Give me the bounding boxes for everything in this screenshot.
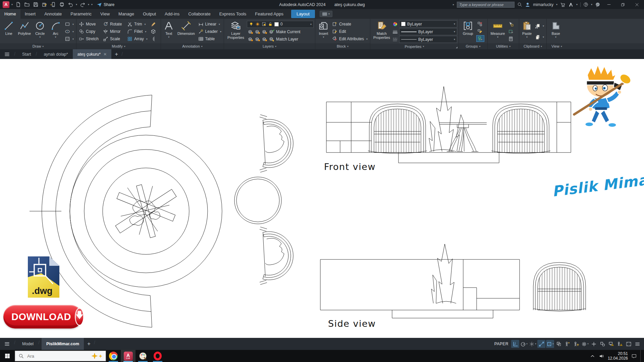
- panel-title-block[interactable]: Block: [315, 43, 370, 49]
- help-search-input[interactable]: [457, 2, 515, 8]
- user-avatar-icon[interactable]: [525, 2, 530, 7]
- tab-insert[interactable]: Insert: [20, 9, 40, 19]
- group-button[interactable]: Group: [460, 20, 476, 43]
- polyline-button[interactable]: Polyline: [17, 20, 32, 43]
- ortho-snap-toggle[interactable]: [537, 340, 545, 348]
- group-selection-toggle[interactable]: [476, 35, 484, 42]
- action-center-icon[interactable]: [631, 353, 637, 359]
- autodesk-a-icon[interactable]: [568, 2, 574, 7]
- restore-button[interactable]: [617, 0, 629, 9]
- plot-button[interactable]: [58, 1, 65, 8]
- explode-button[interactable]: [150, 28, 157, 35]
- taskbar-paint[interactable]: [136, 350, 150, 362]
- line-button[interactable]: Line: [1, 20, 16, 43]
- status-bar-menu-button[interactable]: [633, 340, 641, 348]
- new-drawing-tab-button[interactable]: +: [111, 49, 121, 59]
- ellipse-button[interactable]: [64, 28, 75, 35]
- undo-caret-icon[interactable]: ▾: [76, 3, 77, 6]
- panel-title-groups[interactable]: Groups: [459, 43, 487, 49]
- panel-title-draw[interactable]: Draw: [0, 43, 76, 49]
- panel-title-utilities[interactable]: Utilities: [488, 43, 519, 49]
- copy-button[interactable]: Copy: [78, 28, 102, 35]
- taskbar-chrome[interactable]: [106, 350, 121, 362]
- file-tabs-menu-icon[interactable]: [0, 49, 14, 59]
- username[interactable]: mimarlucky: [533, 2, 553, 7]
- taskbar-search-input[interactable]: [26, 353, 77, 359]
- tab-layout[interactable]: Layout: [291, 10, 315, 18]
- user-menu-caret-icon[interactable]: ▾: [556, 3, 557, 6]
- edit-block-button[interactable]: Edit: [331, 28, 369, 35]
- copy-clip-button[interactable]: [534, 34, 545, 40]
- cut-clip-button[interactable]: [534, 23, 545, 29]
- quick-select-button[interactable]: [507, 21, 515, 27]
- object-color-dropdown[interactable]: ByLayer: [399, 20, 457, 27]
- taskbar-search-box[interactable]: [15, 351, 106, 361]
- measure-button[interactable]: Measure: [489, 20, 506, 43]
- file-tab-ates-cukuru[interactable]: ateş çukuru*✕: [73, 49, 112, 59]
- taskbar-clock[interactable]: 20:51 12.04.2026: [608, 351, 628, 361]
- trim-button[interactable]: Trim: [126, 21, 150, 27]
- tab-annotate[interactable]: Annotate: [40, 9, 66, 19]
- help-caret-icon[interactable]: ▾: [591, 3, 592, 6]
- file-tab-aynali-dolap[interactable]: aynalı dolap*: [39, 49, 72, 59]
- tab-add-ins[interactable]: Add-ins: [160, 9, 184, 19]
- edit-attributes-button[interactable]: Edit Attributes: [331, 36, 369, 42]
- dimension-button[interactable]: Dimension: [176, 20, 196, 43]
- rectangle-button[interactable]: [64, 21, 75, 27]
- panel-title-annotation[interactable]: Annotation: [161, 43, 224, 49]
- selection-cycling-toggle[interactable]: [555, 340, 563, 348]
- taskbar-autocad[interactable]: ACAD: [121, 350, 136, 362]
- minimize-button[interactable]: [603, 0, 614, 9]
- layout-tab-pislikmimar[interactable]: PislikMimar.com: [42, 338, 84, 350]
- annotation-visibility-toggle[interactable]: [564, 340, 572, 348]
- autocad-app-icon[interactable]: A: [3, 1, 9, 8]
- erase-button[interactable]: [150, 21, 157, 27]
- panel-title-view[interactable]: View: [547, 43, 644, 49]
- ribbon-display-toggle[interactable]: ▾: [320, 11, 332, 17]
- graphics-performance-warning[interactable]: [607, 340, 615, 348]
- offset-button[interactable]: [150, 36, 157, 42]
- isometric-drafting-toggle[interactable]: ▾: [529, 340, 537, 348]
- show-desktop-button[interactable]: [640, 350, 642, 362]
- annotation-autoscale-toggle[interactable]: [572, 340, 580, 348]
- arc-button[interactable]: Arc: [48, 20, 63, 43]
- linear-dimension-button[interactable]: Linear: [197, 21, 222, 27]
- save-as-button[interactable]: [41, 1, 48, 8]
- quick-calculator-button[interactable]: [507, 36, 515, 42]
- model-tab[interactable]: Model: [17, 338, 38, 350]
- layer-properties-button[interactable]: Layer Properties: [225, 20, 246, 43]
- save-button[interactable]: [32, 1, 39, 8]
- match-properties-button[interactable]: Match Properties: [372, 20, 392, 44]
- redo-caret-icon[interactable]: ▾: [88, 3, 89, 6]
- tab-collaborate[interactable]: Collaborate: [184, 9, 215, 19]
- clean-screen-button[interactable]: [625, 340, 633, 348]
- paste-button[interactable]: Paste: [521, 20, 533, 43]
- make-current-button[interactable]: Make Current: [247, 29, 314, 35]
- tab-output[interactable]: Output: [139, 9, 160, 19]
- object-snap-toggle[interactable]: ▾: [546, 340, 554, 348]
- file-tab-start[interactable]: Start: [17, 49, 36, 59]
- tab-view[interactable]: View: [96, 9, 114, 19]
- panel-title-modify[interactable]: Modify: [76, 43, 161, 49]
- stretch-button[interactable]: Stretch: [78, 36, 102, 42]
- leader-button[interactable]: Leader: [197, 28, 222, 35]
- help-icon[interactable]: [583, 2, 588, 7]
- rotate-button[interactable]: Rotate: [102, 21, 126, 27]
- match-layer-button[interactable]: Match Layer: [247, 36, 314, 42]
- layer-dropdown[interactable]: 0: [247, 21, 314, 28]
- customize-qat-caret-icon[interactable]: ▾: [91, 3, 93, 6]
- polar-tracking-toggle[interactable]: ▾: [520, 340, 528, 348]
- close-tab-icon[interactable]: ✕: [103, 52, 107, 57]
- insert-block-button[interactable]: Insert: [317, 20, 330, 43]
- tab-manage[interactable]: Manage: [114, 9, 139, 19]
- workspace-gear-button[interactable]: ▾: [581, 340, 589, 348]
- annotation-monitor-warning[interactable]: [616, 340, 624, 348]
- linetype-dropdown[interactable]: ByLayer: [399, 36, 457, 43]
- start-button[interactable]: [0, 350, 15, 362]
- panel-title-layers[interactable]: Layers: [224, 43, 315, 49]
- tab-featured-apps[interactable]: Featured Apps: [251, 9, 288, 19]
- table-button[interactable]: Table: [197, 36, 222, 42]
- panel-title-clipboard[interactable]: Clipboard: [519, 43, 546, 49]
- drawing-canvas[interactable]: Front view Side view P: [0, 59, 644, 338]
- share-button[interactable]: Share: [97, 2, 114, 7]
